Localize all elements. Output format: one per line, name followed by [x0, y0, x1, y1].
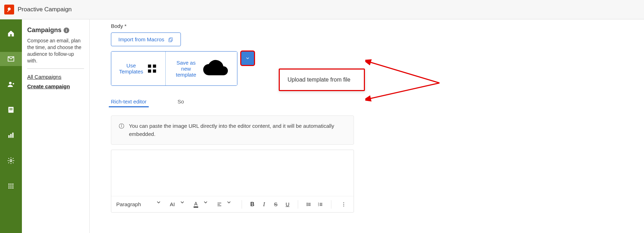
align-button[interactable] — [214, 199, 224, 209]
tab-rich-text[interactable]: Rich-text editor — [111, 96, 147, 107]
save-template-button[interactable]: Save as new template — [165, 52, 237, 85]
template-dropdown-menu: Upload template from file — [279, 68, 365, 91]
svg-point-36 — [307, 205, 307, 205]
editor-tabs: Rich-text editor SourceSo — [111, 96, 644, 107]
svg-rect-7 — [12, 133, 14, 138]
use-templates-button[interactable]: Use Templates — [111, 52, 165, 85]
svg-point-17 — [12, 187, 14, 189]
divider — [27, 68, 84, 69]
side-panel-title-text: Campaigns — [27, 26, 61, 34]
grid-icon — [147, 63, 158, 74]
import-macros-button[interactable]: Import from Macros — [111, 32, 181, 46]
info-outline-icon — [118, 123, 125, 129]
svg-point-0 — [8, 7, 11, 10]
svg-rect-19 — [169, 38, 172, 42]
editor-content[interactable] — [111, 150, 354, 196]
side-panel-description: Compose an email, plan the time, and cho… — [27, 37, 84, 64]
svg-point-34 — [307, 204, 307, 204]
svg-point-8 — [10, 160, 12, 162]
side-panel: Campaigns i Compose an email, plan the t… — [22, 19, 90, 233]
link-create-campaign[interactable]: Create campaign — [27, 83, 84, 89]
separator — [331, 200, 331, 209]
svg-rect-3 — [9, 108, 12, 109]
side-panel-title: Campaigns i — [27, 26, 84, 34]
template-dropdown-toggle[interactable] — [241, 51, 254, 65]
svg-point-44 — [343, 202, 344, 203]
template-button-group: Use Templates Save as new template — [111, 51, 237, 86]
svg-point-32 — [307, 203, 307, 203]
number-list-button[interactable]: 123 — [316, 199, 325, 209]
svg-rect-18 — [170, 37, 172, 41]
svg-point-14 — [12, 185, 14, 187]
link-all-campaigns[interactable]: All Campaigns — [27, 74, 84, 80]
underline-button[interactable]: U — [283, 199, 292, 209]
svg-point-1 — [9, 82, 12, 84]
copy-icon — [168, 37, 173, 42]
svg-point-10 — [10, 184, 12, 185]
text-color-button[interactable]: A — [191, 199, 201, 209]
nav-rail — [0, 19, 22, 233]
bullet-list-button[interactable] — [304, 199, 313, 209]
svg-point-11 — [12, 184, 14, 185]
svg-rect-20 — [148, 65, 151, 68]
editor-toolbar: Paragraph AI A B I S U 123 — [111, 196, 354, 212]
chevron-down-icon — [245, 56, 250, 61]
app-logo — [4, 5, 14, 14]
cloud-upload-icon — [202, 55, 229, 82]
svg-rect-5 — [8, 135, 10, 138]
italic-button[interactable]: I — [259, 199, 269, 209]
use-templates-label: Use Templates — [119, 62, 143, 74]
svg-point-15 — [8, 187, 10, 189]
svg-rect-22 — [148, 70, 151, 73]
hint-box: You can paste the image URL directly int… — [111, 115, 354, 145]
body-label: Body * — [111, 23, 644, 29]
nav-settings[interactable] — [0, 154, 22, 168]
svg-point-45 — [343, 204, 344, 205]
text-color-chevron-icon[interactable] — [203, 199, 212, 209]
svg-point-46 — [343, 205, 344, 206]
main-content: Body * Import from Macros Use Templates … — [90, 19, 644, 233]
save-template-label: Save as new template — [173, 60, 199, 78]
bold-button[interactable]: B — [248, 199, 257, 209]
font-select[interactable]: AI — [167, 199, 177, 209]
app-header: Proactive Campaign — [0, 0, 644, 19]
svg-point-12 — [8, 185, 10, 187]
import-macros-label: Import from Macros — [118, 36, 164, 42]
nav-mail[interactable] — [0, 52, 22, 66]
paragraph-select[interactable]: Paragraph — [116, 201, 141, 207]
svg-rect-23 — [153, 70, 156, 73]
svg-rect-4 — [9, 109, 12, 110]
svg-point-13 — [10, 185, 12, 187]
svg-point-16 — [10, 187, 12, 189]
paragraph-chevron-icon[interactable] — [156, 199, 165, 209]
nav-home[interactable] — [0, 26, 22, 41]
svg-point-9 — [8, 184, 10, 185]
more-button[interactable] — [339, 199, 349, 209]
svg-rect-21 — [153, 65, 156, 68]
app-title: Proactive Campaign — [18, 6, 72, 13]
font-chevron-icon[interactable] — [179, 199, 189, 209]
svg-rect-6 — [10, 134, 12, 138]
strike-button[interactable]: S — [271, 199, 280, 209]
nav-apps[interactable] — [0, 179, 22, 193]
svg-text:3: 3 — [318, 204, 319, 206]
nav-contacts[interactable] — [0, 77, 22, 91]
editor-container: Paragraph AI A B I S U 123 — [111, 150, 354, 213]
nav-analytics[interactable] — [0, 128, 22, 142]
nav-templates[interactable] — [0, 103, 22, 117]
align-chevron-icon[interactable] — [226, 199, 236, 209]
hint-text: You can paste the image URL directly int… — [129, 122, 347, 138]
upload-template-item[interactable]: Upload template from file — [280, 76, 364, 84]
separator — [242, 200, 242, 209]
svg-point-28 — [121, 125, 122, 125]
separator — [298, 200, 298, 209]
info-icon[interactable]: i — [64, 28, 69, 33]
tab-source[interactable]: SourceSo — [161, 96, 184, 107]
